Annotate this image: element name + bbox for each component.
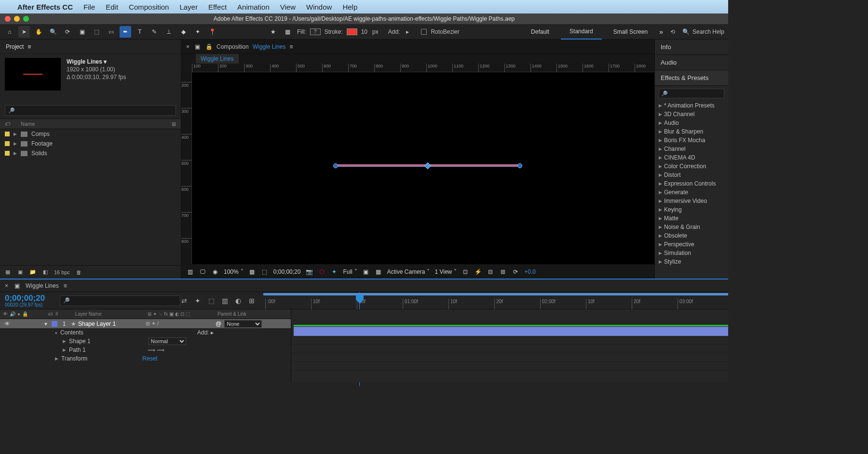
mac-menu-bar[interactable]: After Effects CC File Edit Composition L… xyxy=(0,0,728,13)
parent-column[interactable]: Parent & Link xyxy=(217,311,291,317)
effects-presets-panel[interactable]: Effects & Presets xyxy=(655,70,728,86)
timeline-tab[interactable]: Wiggle Lines xyxy=(26,282,59,289)
channel-icon[interactable]: ⬡ xyxy=(318,268,326,276)
path-handle-right[interactable] xyxy=(517,163,522,168)
timeline-icon[interactable]: ⊟ xyxy=(487,268,494,276)
help-search[interactable]: 🔍 Search Help xyxy=(682,28,724,35)
fx-category[interactable]: ▶Obsolete xyxy=(655,231,728,240)
zoom-dropdown[interactable]: 100% ˅ xyxy=(224,268,244,275)
menu-animation[interactable]: Animation xyxy=(237,3,270,11)
bpc-toggle-icon[interactable]: ◧ xyxy=(41,268,49,276)
workspace-small[interactable]: Small Screen xyxy=(605,24,656,40)
brush-tool-icon[interactable]: ✎ xyxy=(149,26,160,38)
menu-window[interactable]: Window xyxy=(306,3,332,11)
shape-group[interactable]: ▶Shape 1 Normal xyxy=(0,337,291,346)
close-icon[interactable] xyxy=(5,16,11,22)
menu-layer[interactable]: Layer xyxy=(179,3,198,11)
fx-category[interactable]: ▶Expression Controls xyxy=(655,179,728,188)
star-icon[interactable]: ★ xyxy=(267,26,279,38)
workspace-reset-icon[interactable]: ⟲ xyxy=(669,28,677,36)
comp-tab-bar[interactable]: × ▣ 🔒 Composition Wiggle Lines ≡ xyxy=(181,40,654,54)
fx-category[interactable]: ▶Immersive Video xyxy=(655,197,728,205)
bpc-value[interactable]: 16 bpc xyxy=(54,269,70,275)
add-menu-icon[interactable]: ▸ xyxy=(404,28,411,36)
fx-category[interactable]: ▶Color Correction xyxy=(655,162,728,171)
path-handle-center[interactable] xyxy=(424,162,431,169)
audio-column-icon[interactable]: 🔊 xyxy=(10,311,15,317)
comp-name[interactable]: Wiggle Lines ▾ xyxy=(67,58,126,66)
pickwhip-icon[interactable]: @ xyxy=(216,320,221,327)
menu-edit[interactable]: Edit xyxy=(106,3,118,11)
panel-menu-icon[interactable]: ≡ xyxy=(289,43,293,50)
stroke-width-value[interactable]: 10 xyxy=(361,28,367,35)
menu-composition[interactable]: Composition xyxy=(129,3,169,11)
effects-search[interactable]: 🔎 xyxy=(659,89,724,98)
fx-category[interactable]: ▶Keying xyxy=(655,205,728,214)
fx-category[interactable]: ▶Channel xyxy=(655,145,728,153)
eraser-tool-icon[interactable]: ◆ xyxy=(177,26,189,38)
text-tool-icon[interactable]: T xyxy=(134,26,146,38)
region-icon[interactable]: ▣ xyxy=(362,268,370,276)
new-folder-icon[interactable]: 📁 xyxy=(29,268,37,276)
camera-dropdown[interactable]: Active Camera ˅ xyxy=(387,268,430,275)
workspace-overflow-icon[interactable]: » xyxy=(659,28,663,36)
close-tab-icon[interactable]: × xyxy=(186,43,190,50)
fx-category[interactable]: ▶* Animation Presets xyxy=(655,101,728,110)
lock-icon[interactable]: 🔒 xyxy=(205,43,213,51)
grid-icon[interactable]: ▦ xyxy=(248,268,256,276)
folder-comps[interactable]: ▶Comps xyxy=(0,129,181,139)
workspace-default[interactable]: Default xyxy=(522,24,558,40)
exposure-value[interactable]: +0.0 xyxy=(524,268,536,275)
comp-crumb[interactable]: Wiggle Lines xyxy=(253,43,286,50)
mask-icon[interactable]: ⬚ xyxy=(261,268,269,276)
timeline-tracks[interactable] xyxy=(291,309,728,382)
flowchart-tab[interactable]: Wiggle Lines xyxy=(196,54,239,64)
fx-category[interactable]: ▶Boris FX Mocha xyxy=(655,136,728,145)
menu-file[interactable]: File xyxy=(83,3,95,11)
panel-menu-icon[interactable]: ≡ xyxy=(27,43,31,50)
label-column-icon[interactable]: 🏷 xyxy=(48,311,53,317)
timecode-display[interactable]: 0;00;00;20 xyxy=(273,268,301,275)
flowchart-icon[interactable]: ⊞ xyxy=(172,121,176,127)
add-content-icon[interactable]: ▸ xyxy=(211,329,214,336)
minimize-icon[interactable] xyxy=(14,16,20,22)
refresh-icon[interactable]: ⟳ xyxy=(512,268,519,276)
fast-preview-icon[interactable]: ⚡ xyxy=(474,268,482,276)
folder-solids[interactable]: ▶Solids xyxy=(0,148,181,158)
path-icons[interactable]: ⟿ ⟿ xyxy=(148,347,164,353)
motion-blur-icon[interactable]: ◐ xyxy=(234,297,242,305)
menu-app[interactable]: After Effects CC xyxy=(17,3,73,11)
view-dropdown[interactable]: 1 View ˅ xyxy=(434,268,457,275)
draft3d-icon[interactable]: ✦ xyxy=(194,297,202,305)
fx-category[interactable]: ▶Blur & Sharpen xyxy=(655,127,728,136)
transparency-icon[interactable]: ▦ xyxy=(375,268,382,276)
stroke-swatch[interactable] xyxy=(347,28,357,35)
comp-mini-flowchart-icon[interactable]: ⇄ xyxy=(180,297,188,305)
project-tree[interactable]: ▶Comps ▶Footage ▶Solids xyxy=(0,129,181,265)
frame-blend-icon[interactable]: ▥ xyxy=(221,297,229,305)
fx-category[interactable]: ▶Perspective xyxy=(655,240,728,249)
home-icon[interactable]: ⌂ xyxy=(4,26,15,38)
layer-duration-bar[interactable] xyxy=(294,327,728,336)
workspace-standard[interactable]: Standard xyxy=(561,24,602,40)
panel-menu-icon[interactable]: ≡ xyxy=(64,282,67,289)
stamp-tool-icon[interactable]: ⊥ xyxy=(163,26,175,38)
close-tab-icon[interactable]: × xyxy=(5,282,8,289)
fx-category[interactable]: ▶CINEMA 4D xyxy=(655,153,728,162)
project-panel-header[interactable]: Project ≡ xyxy=(0,40,181,54)
new-comp-icon[interactable]: ▣ xyxy=(16,268,24,276)
interpret-icon[interactable]: ▦ xyxy=(4,268,12,276)
fx-category[interactable]: ▶Stylize xyxy=(655,257,728,266)
vr-icon[interactable]: ◉ xyxy=(211,268,219,276)
name-column[interactable]: Name xyxy=(21,121,35,127)
lock-column-icon[interactable]: 🔒 xyxy=(22,311,28,317)
shy-icon[interactable]: ⬚ xyxy=(207,297,215,305)
shape-tool-icon[interactable]: ▭ xyxy=(105,26,117,38)
fx-category[interactable]: ▶Noise & Grain xyxy=(655,223,728,231)
fx-category[interactable]: ▶Simulation xyxy=(655,249,728,257)
fill-swatch[interactable]: ? xyxy=(310,28,321,35)
rotobezier-checkbox[interactable] xyxy=(421,29,427,35)
fx-category[interactable]: ▶Audio xyxy=(655,119,728,127)
layer-label-swatch[interactable] xyxy=(52,321,57,327)
orbit-tool-icon[interactable]: ⟳ xyxy=(62,26,73,38)
